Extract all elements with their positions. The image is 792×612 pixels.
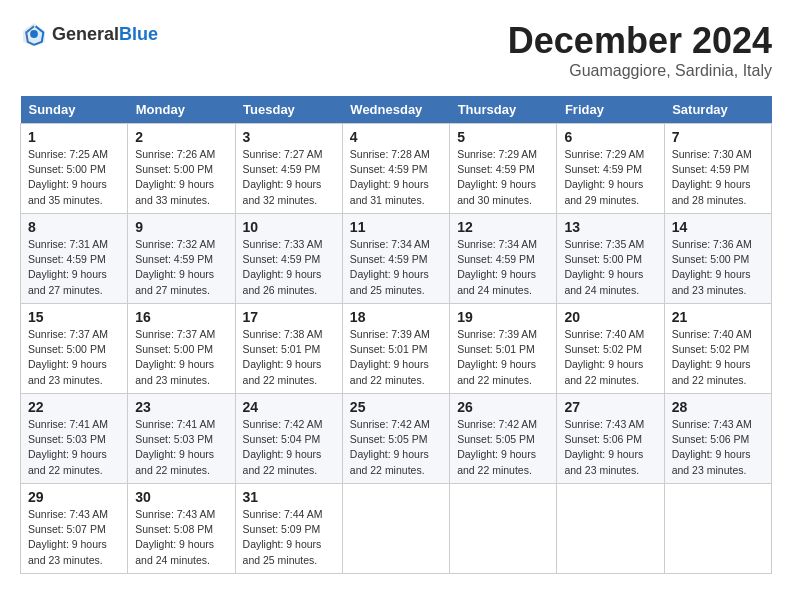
day-info: Sunrise: 7:28 AMSunset: 4:59 PMDaylight:… (350, 147, 442, 208)
weekday-header-friday: Friday (557, 96, 664, 124)
day-info: Sunrise: 7:41 AMSunset: 5:03 PMDaylight:… (28, 417, 120, 478)
day-number: 13 (564, 219, 656, 235)
location-title: Guamaggiore, Sardinia, Italy (508, 62, 772, 80)
day-info: Sunrise: 7:40 AMSunset: 5:02 PMDaylight:… (564, 327, 656, 388)
day-number: 12 (457, 219, 549, 235)
logo-blue-text: Blue (119, 24, 158, 45)
logo-general-text: General (52, 24, 119, 45)
calendar-cell: 15Sunrise: 7:37 AMSunset: 5:00 PMDayligh… (21, 304, 128, 394)
day-info: Sunrise: 7:39 AMSunset: 5:01 PMDaylight:… (350, 327, 442, 388)
day-number: 20 (564, 309, 656, 325)
day-number: 28 (672, 399, 764, 415)
calendar-cell: 31Sunrise: 7:44 AMSunset: 5:09 PMDayligh… (235, 484, 342, 574)
day-info: Sunrise: 7:26 AMSunset: 5:00 PMDaylight:… (135, 147, 227, 208)
day-info: Sunrise: 7:25 AMSunset: 5:00 PMDaylight:… (28, 147, 120, 208)
day-info: Sunrise: 7:42 AMSunset: 5:04 PMDaylight:… (243, 417, 335, 478)
day-number: 5 (457, 129, 549, 145)
calendar-cell: 6Sunrise: 7:29 AMSunset: 4:59 PMDaylight… (557, 124, 664, 214)
day-number: 26 (457, 399, 549, 415)
calendar-cell: 30Sunrise: 7:43 AMSunset: 5:08 PMDayligh… (128, 484, 235, 574)
day-info: Sunrise: 7:40 AMSunset: 5:02 PMDaylight:… (672, 327, 764, 388)
calendar-cell: 22Sunrise: 7:41 AMSunset: 5:03 PMDayligh… (21, 394, 128, 484)
day-number: 4 (350, 129, 442, 145)
day-info: Sunrise: 7:41 AMSunset: 5:03 PMDaylight:… (135, 417, 227, 478)
calendar-cell: 3Sunrise: 7:27 AMSunset: 4:59 PMDaylight… (235, 124, 342, 214)
weekday-header-wednesday: Wednesday (342, 96, 449, 124)
calendar-cell: 16Sunrise: 7:37 AMSunset: 5:00 PMDayligh… (128, 304, 235, 394)
weekday-header-saturday: Saturday (664, 96, 771, 124)
day-info: Sunrise: 7:43 AMSunset: 5:08 PMDaylight:… (135, 507, 227, 568)
day-info: Sunrise: 7:37 AMSunset: 5:00 PMDaylight:… (135, 327, 227, 388)
day-info: Sunrise: 7:39 AMSunset: 5:01 PMDaylight:… (457, 327, 549, 388)
calendar-cell: 12Sunrise: 7:34 AMSunset: 4:59 PMDayligh… (450, 214, 557, 304)
day-number: 14 (672, 219, 764, 235)
day-info: Sunrise: 7:29 AMSunset: 4:59 PMDaylight:… (564, 147, 656, 208)
day-info: Sunrise: 7:31 AMSunset: 4:59 PMDaylight:… (28, 237, 120, 298)
svg-point-1 (30, 30, 38, 38)
day-number: 22 (28, 399, 120, 415)
day-info: Sunrise: 7:43 AMSunset: 5:06 PMDaylight:… (564, 417, 656, 478)
day-number: 7 (672, 129, 764, 145)
calendar-cell: 28Sunrise: 7:43 AMSunset: 5:06 PMDayligh… (664, 394, 771, 484)
day-info: Sunrise: 7:38 AMSunset: 5:01 PMDaylight:… (243, 327, 335, 388)
day-number: 24 (243, 399, 335, 415)
day-info: Sunrise: 7:32 AMSunset: 4:59 PMDaylight:… (135, 237, 227, 298)
day-number: 31 (243, 489, 335, 505)
title-area: December 2024 Guamaggiore, Sardinia, Ita… (508, 20, 772, 80)
calendar-cell: 14Sunrise: 7:36 AMSunset: 5:00 PMDayligh… (664, 214, 771, 304)
calendar-cell: 7Sunrise: 7:30 AMSunset: 4:59 PMDaylight… (664, 124, 771, 214)
weekday-header-thursday: Thursday (450, 96, 557, 124)
calendar-cell: 25Sunrise: 7:42 AMSunset: 5:05 PMDayligh… (342, 394, 449, 484)
calendar-cell: 19Sunrise: 7:39 AMSunset: 5:01 PMDayligh… (450, 304, 557, 394)
day-number: 1 (28, 129, 120, 145)
weekday-header-tuesday: Tuesday (235, 96, 342, 124)
day-info: Sunrise: 7:27 AMSunset: 4:59 PMDaylight:… (243, 147, 335, 208)
calendar-cell: 18Sunrise: 7:39 AMSunset: 5:01 PMDayligh… (342, 304, 449, 394)
calendar-cell (450, 484, 557, 574)
day-info: Sunrise: 7:43 AMSunset: 5:07 PMDaylight:… (28, 507, 120, 568)
calendar-cell (664, 484, 771, 574)
day-number: 9 (135, 219, 227, 235)
calendar-week-4: 22Sunrise: 7:41 AMSunset: 5:03 PMDayligh… (21, 394, 772, 484)
calendar-week-3: 15Sunrise: 7:37 AMSunset: 5:00 PMDayligh… (21, 304, 772, 394)
day-number: 29 (28, 489, 120, 505)
day-number: 6 (564, 129, 656, 145)
day-info: Sunrise: 7:44 AMSunset: 5:09 PMDaylight:… (243, 507, 335, 568)
day-number: 21 (672, 309, 764, 325)
day-info: Sunrise: 7:33 AMSunset: 4:59 PMDaylight:… (243, 237, 335, 298)
calendar-week-1: 1Sunrise: 7:25 AMSunset: 5:00 PMDaylight… (21, 124, 772, 214)
day-number: 30 (135, 489, 227, 505)
calendar-cell (557, 484, 664, 574)
day-info: Sunrise: 7:42 AMSunset: 5:05 PMDaylight:… (457, 417, 549, 478)
calendar-cell: 13Sunrise: 7:35 AMSunset: 5:00 PMDayligh… (557, 214, 664, 304)
day-info: Sunrise: 7:34 AMSunset: 4:59 PMDaylight:… (457, 237, 549, 298)
day-info: Sunrise: 7:37 AMSunset: 5:00 PMDaylight:… (28, 327, 120, 388)
calendar-cell: 20Sunrise: 7:40 AMSunset: 5:02 PMDayligh… (557, 304, 664, 394)
calendar-week-5: 29Sunrise: 7:43 AMSunset: 5:07 PMDayligh… (21, 484, 772, 574)
calendar-cell (342, 484, 449, 574)
day-number: 17 (243, 309, 335, 325)
day-number: 23 (135, 399, 227, 415)
day-number: 11 (350, 219, 442, 235)
calendar-cell: 4Sunrise: 7:28 AMSunset: 4:59 PMDaylight… (342, 124, 449, 214)
day-info: Sunrise: 7:29 AMSunset: 4:59 PMDaylight:… (457, 147, 549, 208)
page-header: General Blue December 2024 Guamaggiore, … (20, 20, 772, 80)
day-number: 10 (243, 219, 335, 235)
day-number: 3 (243, 129, 335, 145)
month-title: December 2024 (508, 20, 772, 62)
calendar-cell: 26Sunrise: 7:42 AMSunset: 5:05 PMDayligh… (450, 394, 557, 484)
calendar-cell: 10Sunrise: 7:33 AMSunset: 4:59 PMDayligh… (235, 214, 342, 304)
calendar-table: SundayMondayTuesdayWednesdayThursdayFrid… (20, 96, 772, 574)
calendar-cell: 24Sunrise: 7:42 AMSunset: 5:04 PMDayligh… (235, 394, 342, 484)
day-info: Sunrise: 7:34 AMSunset: 4:59 PMDaylight:… (350, 237, 442, 298)
calendar-cell: 17Sunrise: 7:38 AMSunset: 5:01 PMDayligh… (235, 304, 342, 394)
day-number: 18 (350, 309, 442, 325)
logo: General Blue (20, 20, 158, 48)
weekday-header-sunday: Sunday (21, 96, 128, 124)
calendar-cell: 27Sunrise: 7:43 AMSunset: 5:06 PMDayligh… (557, 394, 664, 484)
day-info: Sunrise: 7:43 AMSunset: 5:06 PMDaylight:… (672, 417, 764, 478)
calendar-cell: 11Sunrise: 7:34 AMSunset: 4:59 PMDayligh… (342, 214, 449, 304)
day-number: 8 (28, 219, 120, 235)
calendar-cell: 9Sunrise: 7:32 AMSunset: 4:59 PMDaylight… (128, 214, 235, 304)
calendar-cell: 5Sunrise: 7:29 AMSunset: 4:59 PMDaylight… (450, 124, 557, 214)
